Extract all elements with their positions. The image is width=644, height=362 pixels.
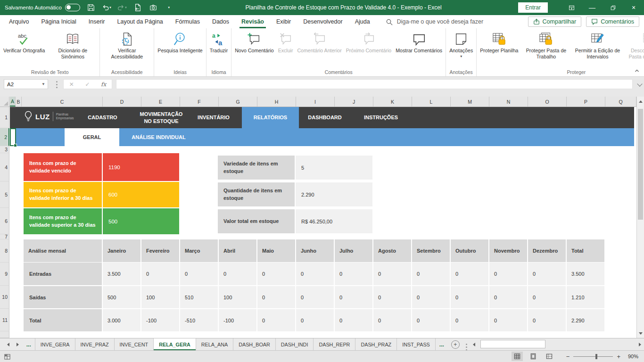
- column-header-d[interactable]: D: [103, 97, 141, 107]
- button-traduzir[interactable]: aaTraduzir: [208, 31, 230, 55]
- table-cell[interactable]: 0: [451, 263, 488, 285]
- column-header-a[interactable]: A: [10, 97, 16, 107]
- button-mostrar-comentarios[interactable]: Mostrar Comentários: [394, 31, 444, 55]
- column-header-b[interactable]: B: [16, 97, 22, 107]
- hscroll-right-icon[interactable]: [636, 343, 644, 346]
- button-verificar-ortografia[interactable]: abcVerificar Ortografia: [1, 31, 47, 55]
- table-cell[interactable]: 0: [335, 286, 372, 308]
- nav-item-dashboard[interactable]: DASHBOARD: [302, 107, 348, 128]
- column-header-o[interactable]: O: [528, 97, 567, 107]
- table-cell[interactable]: 0: [373, 286, 411, 308]
- table-cell[interactable]: 0: [335, 263, 372, 285]
- sheet-tab-inve-praz[interactable]: INVE_PRAZ: [75, 338, 115, 350]
- column-header-f[interactable]: F: [180, 97, 219, 107]
- table-cell[interactable]: 0: [489, 309, 527, 331]
- table-cell[interactable]: 3.000: [103, 309, 140, 331]
- validity-card-value[interactable]: 1190: [103, 153, 179, 181]
- sheet-tab-inve-gera[interactable]: INVE_GERA: [35, 338, 75, 350]
- expand-formula-bar-icon[interactable]: [638, 82, 642, 86]
- tab-inserir[interactable]: Inserir: [83, 15, 111, 28]
- column-header-i[interactable]: I: [296, 97, 335, 107]
- vertical-scroll-thumb[interactable]: [638, 109, 643, 220]
- table-cell[interactable]: 0: [451, 309, 488, 331]
- zoom-in-icon[interactable]: +: [617, 353, 620, 360]
- stock-card-label[interactable]: Variedade de itens em estoque: [218, 156, 295, 180]
- tab-arquivo[interactable]: Arquivo: [3, 15, 35, 28]
- table-header-analise-mensal[interactable]: Análise mensal: [24, 239, 102, 262]
- row-header-4[interactable]: 4: [0, 153, 9, 181]
- table-cell[interactable]: 0: [412, 286, 450, 308]
- horizontal-scroll-thumb[interactable]: [480, 340, 545, 348]
- sheet-tab-inst-pass[interactable]: INST_PASS: [397, 338, 436, 350]
- row-header-partial[interactable]: [0, 331, 9, 338]
- normal-view-icon[interactable]: [512, 352, 523, 361]
- table-row-label[interactable]: Total: [24, 309, 102, 331]
- tab-layout-da-pagina[interactable]: Layout da Página: [111, 15, 169, 28]
- button-novo-comentario[interactable]: Novo Comentário: [233, 31, 275, 55]
- table-header-novembro[interactable]: Novembro: [489, 239, 527, 262]
- restore-button[interactable]: [603, 0, 623, 15]
- ribbon-display-options-icon[interactable]: [561, 0, 582, 15]
- insert-function-icon[interactable]: fx: [101, 81, 106, 88]
- macro-record-icon[interactable]: [4, 353, 11, 360]
- table-cell[interactable]: 100: [219, 286, 256, 308]
- button-proteger-planilha[interactable]: Proteger Planilha: [478, 31, 520, 55]
- table-cell[interactable]: 0: [451, 286, 488, 308]
- table-cell[interactable]: 0: [335, 309, 372, 331]
- save-icon[interactable]: [86, 2, 96, 13]
- stock-card-value[interactable]: 5: [296, 156, 372, 180]
- table-cell[interactable]: 0: [257, 309, 295, 331]
- table-cell[interactable]: 0: [296, 286, 334, 308]
- sheet-nav-left-icon[interactable]: [4, 343, 13, 346]
- table-cell[interactable]: 1.210: [567, 286, 604, 308]
- button-dicionario-de-sinonimos[interactable]: Dicionário de Sinônimos: [47, 31, 98, 61]
- zoom-out-icon[interactable]: −: [566, 353, 570, 360]
- validity-card-label[interactable]: Itens com prazo de validade vencido: [24, 153, 102, 181]
- column-header-p[interactable]: P: [567, 97, 605, 107]
- confirm-entry-icon[interactable]: ✓: [85, 81, 90, 88]
- zoom-slider[interactable]: [573, 354, 613, 359]
- sheet-tab-rela-ana[interactable]: RELA_ANA: [196, 338, 233, 350]
- sheet-tab-dash-praz[interactable]: DASH_PRAZ: [355, 338, 397, 350]
- column-header-g[interactable]: G: [219, 97, 257, 107]
- column-header-k[interactable]: K: [373, 97, 412, 107]
- table-cell[interactable]: 500: [103, 286, 140, 308]
- table-cell[interactable]: 0: [489, 286, 527, 308]
- column-header-c[interactable]: C: [22, 97, 103, 107]
- subnav-tab-analise-individual[interactable]: ANÁLISE INDIVIDUAL: [119, 128, 198, 146]
- sheet-tab-dash-indi[interactable]: DASH_INDI: [276, 338, 314, 350]
- close-button[interactable]: ×: [623, 0, 644, 15]
- row-header-2[interactable]: 2: [0, 128, 9, 146]
- stock-card-label[interactable]: Valor total em estoque: [218, 209, 295, 233]
- qat-more-icon[interactable]: ▾: [164, 2, 173, 13]
- row-header-5[interactable]: 5: [0, 181, 9, 208]
- hscroll-left-icon[interactable]: [470, 343, 479, 346]
- tab-dados[interactable]: Dados: [206, 15, 235, 28]
- button-permitir-a-edicao-de-intervalos[interactable]: Permitir a Edição de Intervalos: [572, 31, 623, 61]
- vertical-scrollbar[interactable]: [636, 97, 644, 338]
- table-header-outubro[interactable]: Outubro: [451, 239, 488, 262]
- row-header-7[interactable]: 7: [0, 234, 9, 239]
- table-cell[interactable]: 0: [528, 286, 566, 308]
- table-cell[interactable]: 0: [528, 309, 566, 331]
- button-anotacoes[interactable]: Anotações▾: [447, 31, 475, 59]
- table-cell[interactable]: 0: [373, 309, 411, 331]
- row-header-6[interactable]: 6: [0, 208, 9, 234]
- nav-item-movimentacao-no-estoque[interactable]: MOVIMENTAÇÃO NO ESTOQUE: [133, 107, 189, 128]
- table-header-total[interactable]: Total: [567, 239, 604, 262]
- table-cell[interactable]: 3.500: [103, 263, 140, 285]
- tab-revisao[interactable]: Revisão: [235, 15, 270, 28]
- sheet-tab-rela-gera[interactable]: RELA_GERA: [154, 338, 196, 350]
- table-header-abril[interactable]: Abril: [219, 239, 256, 262]
- zoom-slider-thumb[interactable]: [595, 354, 597, 359]
- tab-bar-handle[interactable]: [466, 344, 467, 345]
- table-cell[interactable]: -510: [180, 309, 218, 331]
- sheet-overflow-left[interactable]: ...: [23, 341, 35, 348]
- row-header-10[interactable]: 10: [0, 286, 9, 309]
- subnav-tab-geral[interactable]: GERAL: [65, 128, 119, 146]
- collapse-ribbon-icon[interactable]: [635, 68, 639, 73]
- tab-exibir[interactable]: Exibir: [270, 15, 297, 28]
- table-cell[interactable]: 0: [180, 263, 218, 285]
- column-header-j[interactable]: J: [335, 97, 373, 107]
- minimize-button[interactable]: —: [582, 0, 603, 15]
